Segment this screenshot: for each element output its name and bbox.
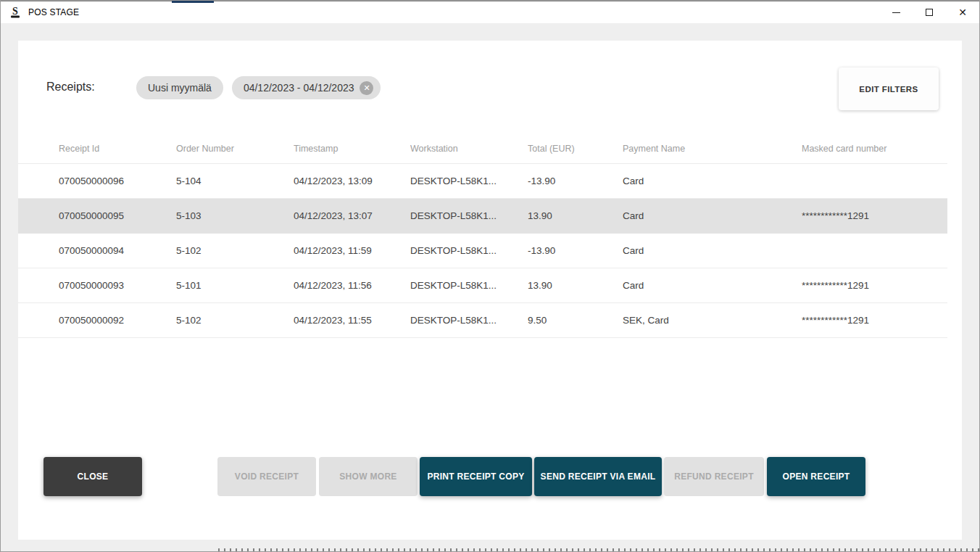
column-header-payment-name: Payment Name: [623, 144, 802, 154]
cell-total: -13.90: [528, 245, 623, 256]
filter-chip-label: Uusi myymälä: [148, 82, 212, 94]
cell-receipt-id: 070050000096: [59, 176, 176, 186]
column-header-workstation: Workstation: [410, 144, 528, 154]
app-logo-icon: S: [8, 5, 22, 20]
cell-order-number: 5-102: [176, 245, 294, 256]
cell-payment-name: SEK, Card: [623, 315, 802, 326]
table-row[interactable]: 070050000093 5-101 04/12/2023, 11:56 DES…: [18, 268, 947, 303]
receipts-table: Receipt Id Order Number Timestamp Workst…: [18, 133, 947, 338]
show-more-button[interactable]: SHOW MORE: [319, 457, 418, 496]
background-window-edge: [218, 548, 979, 551]
remove-date-filter-icon[interactable]: ✕: [360, 81, 373, 95]
cell-timestamp: 04/12/2023, 11:59: [294, 245, 410, 256]
cell-payment-name: Card: [623, 245, 802, 256]
close-button[interactable]: CLOSE: [43, 457, 142, 496]
cell-timestamp: 04/12/2023, 13:09: [294, 176, 410, 186]
window-title: POS STAGE: [28, 7, 79, 17]
cell-workstation: DESKTOP-L58K1...: [410, 245, 528, 256]
cell-total: 13.90: [528, 280, 623, 291]
background-window-sliver: [172, 1, 214, 3]
cell-payment-name: Card: [623, 280, 802, 291]
filter-chip-date-range[interactable]: 04/12/2023 - 04/12/2023 ✕: [232, 76, 381, 99]
close-icon: ✕: [958, 7, 967, 17]
cell-receipt-id: 070050000093: [59, 280, 176, 291]
open-receipt-button[interactable]: OPEN RECEIPT: [767, 457, 865, 496]
receipts-label: Receipts:: [46, 81, 95, 94]
cell-timestamp: 04/12/2023, 11:55: [294, 315, 410, 326]
maximize-button[interactable]: [913, 1, 946, 23]
svg-text:S: S: [12, 6, 18, 17]
cell-payment-name: Card: [623, 176, 802, 186]
cell-receipt-id: 070050000095: [59, 210, 176, 221]
column-header-timestamp: Timestamp: [294, 144, 410, 154]
column-header-receipt-id: Receipt Id: [59, 144, 176, 154]
close-window-button[interactable]: ✕: [946, 1, 979, 23]
minimize-icon: [892, 12, 900, 13]
column-header-order-number: Order Number: [176, 144, 294, 154]
cell-order-number: 5-103: [176, 210, 294, 221]
cell-workstation: DESKTOP-L58K1...: [410, 176, 528, 186]
cell-receipt-id: 070050000092: [59, 315, 176, 326]
column-header-masked-card: Masked card number: [802, 144, 949, 154]
table-row[interactable]: 070050000095 5-103 04/12/2023, 13:07 DES…: [18, 199, 947, 234]
cell-workstation: DESKTOP-L58K1...: [410, 210, 528, 221]
filter-bar: Receipts: Uusi myymälä 04/12/2023 - 04/1…: [46, 67, 939, 111]
maximize-icon: [926, 9, 933, 16]
cell-order-number: 5-104: [176, 176, 294, 186]
cell-payment-name: Card: [623, 210, 802, 221]
cell-masked-card: ************1291: [802, 315, 949, 326]
cell-order-number: 5-102: [176, 315, 294, 326]
cell-workstation: DESKTOP-L58K1...: [410, 280, 528, 291]
table-row[interactable]: 070050000096 5-104 04/12/2023, 13:09 DES…: [18, 164, 947, 199]
cell-workstation: DESKTOP-L58K1...: [410, 315, 528, 326]
edit-filters-button[interactable]: EDIT FILTERS: [839, 67, 939, 110]
cell-timestamp: 04/12/2023, 11:56: [294, 280, 410, 291]
table-row[interactable]: 070050000092 5-102 04/12/2023, 11:55 DES…: [18, 303, 947, 338]
cell-order-number: 5-101: [176, 280, 294, 291]
cell-timestamp: 04/12/2023, 13:07: [294, 210, 410, 221]
refund-receipt-button[interactable]: REFUND RECEIPT: [664, 457, 764, 496]
print-receipt-copy-button[interactable]: PRINT RECEIPT COPY: [420, 457, 532, 496]
cell-total: 9.50: [528, 315, 623, 326]
void-receipt-button[interactable]: VOID RECEIPT: [217, 457, 316, 496]
filter-chips: Uusi myymälä 04/12/2023 - 04/12/2023 ✕: [136, 76, 381, 99]
table-header-row: Receipt Id Order Number Timestamp Workst…: [18, 133, 947, 164]
cell-masked-card: ************1291: [802, 280, 949, 291]
cell-total: -13.90: [528, 176, 623, 186]
table-body: 070050000096 5-104 04/12/2023, 13:09 DES…: [18, 164, 947, 338]
cell-masked-card: ************1291: [802, 210, 949, 221]
cell-receipt-id: 070050000094: [59, 245, 176, 256]
cell-total: 13.90: [528, 210, 623, 221]
column-header-total: Total (EUR): [528, 144, 623, 154]
table-row[interactable]: 070050000094 5-102 04/12/2023, 11:59 DES…: [18, 234, 947, 268]
filter-chip-store[interactable]: Uusi myymälä: [136, 76, 223, 99]
action-bar: CLOSE VOID RECEIPT SHOW MORE PRINT RECEI…: [18, 457, 962, 496]
filter-chip-label: 04/12/2023 - 04/12/2023: [244, 82, 354, 94]
send-receipt-via-email-button[interactable]: SEND RECEIPT VIA EMAIL: [534, 457, 662, 496]
receipts-panel: Receipts: Uusi myymälä 04/12/2023 - 04/1…: [18, 41, 962, 540]
titlebar: S POS STAGE ✕: [1, 1, 979, 23]
minimize-button[interactable]: [879, 1, 913, 23]
window-controls: ✕: [879, 1, 979, 23]
